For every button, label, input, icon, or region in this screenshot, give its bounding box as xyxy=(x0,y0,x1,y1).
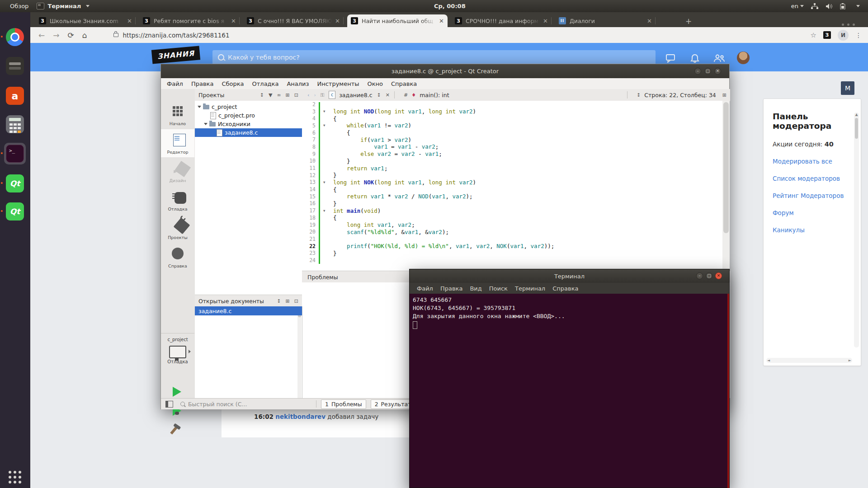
split-editor-icon[interactable]: ⊞ xyxy=(722,92,726,98)
browser-window-controls[interactable] xyxy=(842,19,860,22)
moderator-chip[interactable]: М xyxy=(841,81,854,95)
run-target-icon[interactable] xyxy=(169,346,186,358)
terminal-menu-Вид[interactable]: Вид xyxy=(466,285,485,292)
app-menu[interactable]: Терминал xyxy=(37,3,90,9)
minimize-button[interactable]: – xyxy=(694,68,701,75)
terminal-icon[interactable]: >_ xyxy=(4,143,26,164)
tab-close-icon[interactable]: ✕ xyxy=(439,18,444,24)
mode-Начало[interactable]: Начало xyxy=(161,101,194,129)
symbol-hash-icon[interactable]: # xyxy=(404,92,408,98)
docs-split-icon[interactable]: ⊞ xyxy=(286,298,290,304)
terminal-maximize-button[interactable]: □ xyxy=(706,272,712,279)
qtcreator-title-bar[interactable]: задание8.c @ c_project - Qt Creator xyxy=(161,64,729,78)
terminal-title-bar[interactable]: Терминал xyxy=(410,269,729,283)
open-document-item[interactable]: задание8.c xyxy=(195,306,302,315)
messages-icon[interactable] xyxy=(665,54,676,63)
tree-item-задание8.c[interactable]: задание8.c xyxy=(195,128,302,137)
output-button-Проблемы[interactable]: 1Проблемы xyxy=(321,399,366,409)
activities-button[interactable]: Обзор xyxy=(10,3,28,9)
tab-close-icon[interactable]: ✕ xyxy=(335,18,340,24)
extension-badge[interactable]: З xyxy=(823,31,831,39)
locator-field[interactable]: Быстрый поиск (С... xyxy=(180,401,311,408)
calculator-icon[interactable] xyxy=(4,113,26,135)
chrome-icon[interactable] xyxy=(4,26,26,48)
docs-sort-icon[interactable]: ↕ xyxy=(277,298,281,304)
qtcreator-icon[interactable]: Qt xyxy=(4,173,26,194)
qtcreator-icon-2[interactable]: Qt xyxy=(4,201,26,222)
panel-link[interactable]: Каникулы xyxy=(773,226,861,234)
mode-Дизайн[interactable]: Дизайн xyxy=(161,158,194,186)
back-button[interactable]: ← xyxy=(38,31,45,40)
feed-user-link[interactable]: nekitbondarev xyxy=(275,413,326,420)
terminal-menu-Поиск[interactable]: Поиск xyxy=(486,285,511,292)
kit-selector[interactable]: c_projectОтладка xyxy=(161,333,194,364)
filter-icon[interactable]: ▼ xyxy=(269,92,272,98)
question-search-field[interactable]: Какой у тебя вопрос? xyxy=(212,50,656,65)
address-bar[interactable]: https://znanija.com/task/29681161 xyxy=(123,32,230,39)
link-icon[interactable]: ∞ xyxy=(277,92,281,98)
mode-Справка[interactable]: Справка xyxy=(161,243,194,271)
document-selector[interactable]: задание8.c xyxy=(339,92,372,99)
tree-item-Исходники[interactable]: Исходники xyxy=(195,120,302,128)
terminal-menu-Терминал[interactable]: Терминал xyxy=(511,285,549,292)
split-icon[interactable]: ⊞ xyxy=(286,92,290,98)
browser-tab[interactable]: ЗС очно!!! Я ВАС УМОЛЯЮ✕ xyxy=(243,14,344,27)
orange-a-app-icon[interactable]: a xyxy=(4,85,26,107)
fold-marker[interactable]: ▼ xyxy=(320,180,333,184)
doc-dropdown-icon[interactable]: ↕ xyxy=(377,92,381,98)
menu-Отладка[interactable]: Отладка xyxy=(248,80,283,87)
tab-close-icon[interactable]: ✕ xyxy=(127,18,132,24)
browser-tab[interactable]: ЗРебят помогите с bios я✕ xyxy=(139,14,240,27)
browser-menu-icon[interactable]: ⋮ xyxy=(855,32,862,39)
terminal-scrollbar[interactable] xyxy=(727,294,729,488)
code-editor[interactable]: 23▼long int NOD(long int var1, long int … xyxy=(302,101,722,271)
show-applications-icon[interactable] xyxy=(4,466,26,488)
menu-Правка[interactable]: Правка xyxy=(187,80,217,87)
panel-link[interactable]: Рейтинг Модераторов xyxy=(773,192,861,199)
new-tab-button[interactable]: + xyxy=(685,17,692,26)
menu-Инструменты[interactable]: Инструменты xyxy=(313,80,363,87)
tree-item-c_project.pro[interactable]: c_project.pro xyxy=(195,111,302,120)
panel-link[interactable]: Список модераторов xyxy=(773,175,861,182)
close-button[interactable]: ✕ xyxy=(714,68,721,75)
docs-close-icon[interactable]: ⊡ xyxy=(294,298,298,304)
terminal-menu-Правка[interactable]: Правка xyxy=(437,285,466,292)
cursor-dropdown-icon[interactable]: ↕ xyxy=(637,92,641,98)
open-documents-scrollbar[interactable] xyxy=(297,306,302,398)
user-avatar[interactable] xyxy=(737,52,750,64)
system-tray[interactable]: en xyxy=(791,0,860,12)
forward-button[interactable]: → xyxy=(53,31,59,40)
menu-Сборка[interactable]: Сборка xyxy=(217,80,248,87)
mode-Отладка[interactable]: Отладка xyxy=(161,186,194,214)
tree-item-c_project[interactable]: c_project xyxy=(195,103,302,111)
terminal-menu-Справка[interactable]: Справка xyxy=(549,285,582,292)
profile-avatar[interactable]: И xyxy=(838,30,849,41)
panel-vertical-scrollbar[interactable]: ▲ xyxy=(854,113,859,347)
menu-Справка[interactable]: Справка xyxy=(387,80,421,87)
menu-Файл[interactable]: Файл xyxy=(163,80,187,87)
expander-icon[interactable] xyxy=(204,123,208,125)
terminal-close-button[interactable]: ✕ xyxy=(715,272,722,279)
media-app-icon[interactable] xyxy=(4,55,26,77)
fold-marker[interactable]: ▼ xyxy=(320,209,333,213)
symbol-selector[interactable]: main(): int xyxy=(420,92,449,99)
terminal-menu-Файл[interactable]: Файл xyxy=(413,285,437,292)
mode-Проекты[interactable]: Проекты xyxy=(161,215,194,243)
friends-icon[interactable] xyxy=(713,54,724,63)
notifications-bell-icon[interactable] xyxy=(690,54,701,63)
browser-tab[interactable]: ЗШкольные Знания.com✕ xyxy=(35,14,136,27)
build-button[interactable] xyxy=(170,426,178,434)
panel-link[interactable]: Модерировать все xyxy=(773,158,861,165)
expander-icon[interactable] xyxy=(198,106,201,108)
menu-Анализ[interactable]: Анализ xyxy=(283,80,313,87)
znanija-logo[interactable]: ЗНАНИЯ xyxy=(151,46,201,64)
mode-Редактор[interactable]: Редактор xyxy=(161,129,194,157)
sidebar-toggle-icon[interactable] xyxy=(165,401,173,408)
browser-tab[interactable]: ЗНайти наибольший общ✕ xyxy=(347,14,448,27)
bookmark-star-icon[interactable]: ☆ xyxy=(811,31,816,39)
run-button[interactable] xyxy=(173,387,181,397)
nav-forward-icon[interactable]: › xyxy=(314,92,316,98)
menu-Окно[interactable]: Окно xyxy=(363,80,387,87)
home-button[interactable]: ⌂ xyxy=(82,31,87,40)
close-document-icon[interactable]: ✕ xyxy=(386,92,390,98)
